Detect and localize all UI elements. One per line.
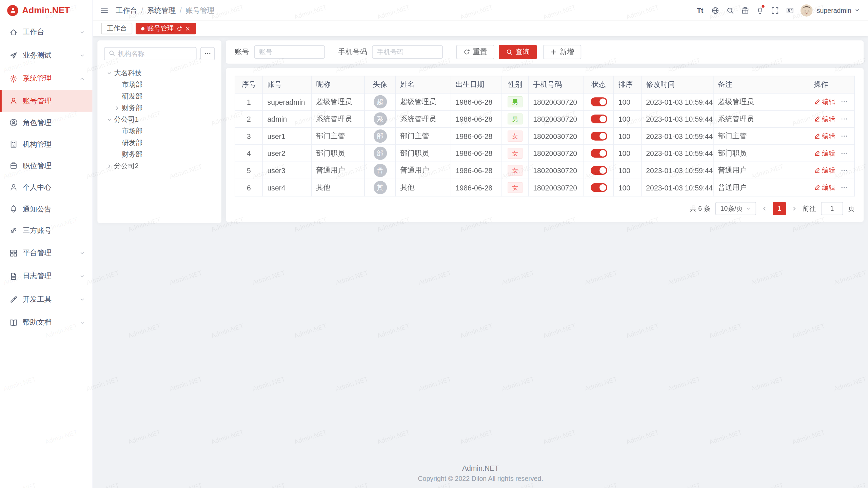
edit-button[interactable]: 编辑	[814, 131, 835, 141]
sidebar-item-business-test[interactable]: 业务测试	[0, 44, 93, 67]
sidebar-item-account-mgmt[interactable]: 账号管理	[0, 90, 93, 112]
tree-node[interactable]: 市场部	[104, 79, 215, 90]
app-root: Admin.NET 工作台业务测试系统管理账号管理角色管理机构管理职位管理个人中…	[0, 0, 868, 488]
sidebar-item-position-mgmt[interactable]: 职位管理	[0, 155, 93, 177]
row-more-button[interactable]	[840, 166, 848, 174]
row-more-button[interactable]	[840, 132, 848, 140]
tree-node[interactable]: 分公司1	[104, 114, 215, 125]
row-more-button[interactable]	[840, 98, 848, 106]
gender-tag: 女	[508, 165, 522, 176]
status-toggle[interactable]	[590, 132, 607, 141]
edit-button[interactable]: 编辑	[814, 114, 835, 124]
right-column: 账号 手机号码 重置 查询 新增	[226, 40, 864, 222]
status-toggle[interactable]	[590, 98, 607, 106]
cell-nickname: 其他	[311, 179, 364, 196]
sidebar-item-notice[interactable]: 通知公告	[0, 198, 93, 220]
sidebar-item-role-mgmt[interactable]: 角色管理	[0, 112, 93, 134]
breadcrumb-item[interactable]: 工作台	[116, 5, 137, 15]
profile-icon[interactable]	[782, 0, 797, 20]
sidebar-item-system-mgmt[interactable]: 系统管理	[0, 67, 93, 90]
tree-node-label: 大名科技	[114, 68, 142, 78]
next-page-button[interactable]	[791, 205, 798, 212]
column-header: 手机号码	[528, 76, 584, 93]
column-header: 昵称	[311, 76, 364, 93]
edit-button[interactable]: 编辑	[814, 97, 835, 107]
cell-name: 系统管理员	[396, 110, 451, 128]
brand[interactable]: Admin.NET	[0, 0, 93, 20]
cell-nickname: 系统管理员	[311, 110, 364, 128]
tree-more-button[interactable]	[200, 47, 215, 60]
reset-button[interactable]: 重置	[456, 45, 494, 59]
table-row: 2 admin 系统管理员 系 系统管理员 1986-06-28 男 18020…	[235, 110, 854, 128]
user-icon	[9, 97, 18, 105]
caret-down-icon[interactable]	[106, 70, 114, 76]
cell-name: 普通用户	[396, 162, 451, 179]
cell-no: 6	[235, 179, 263, 196]
tree-node[interactable]: 分公司2	[104, 160, 215, 172]
tab-1[interactable]: 账号管理	[136, 23, 196, 34]
goto-label: 前往	[803, 204, 816, 214]
gender-tag: 女	[508, 130, 522, 142]
edit-button[interactable]: 编辑	[814, 166, 835, 175]
menu-collapse-icon[interactable]	[100, 6, 108, 14]
theme-icon[interactable]	[737, 0, 752, 20]
sidebar-item-org-mgmt[interactable]: 机构管理	[0, 133, 93, 155]
tree-node[interactable]: 大名科技	[104, 67, 215, 79]
add-button[interactable]: 新增	[543, 45, 581, 59]
tab-0[interactable]: 工作台	[101, 23, 132, 34]
refresh-icon[interactable]	[177, 26, 182, 31]
column-header: 账号	[263, 76, 312, 93]
sidebar-item-third-account[interactable]: 三方账号	[0, 220, 93, 241]
language-icon[interactable]	[708, 0, 723, 20]
search-button[interactable]: 查询	[499, 45, 537, 59]
cell-gender: 男	[502, 110, 528, 128]
font-size-icon[interactable]: Tt	[693, 0, 708, 20]
prev-page-button[interactable]	[761, 205, 768, 212]
phone-filter-input[interactable]	[372, 45, 443, 59]
notification-icon[interactable]	[752, 0, 767, 20]
row-avatar: 系	[373, 112, 387, 125]
sidebar-item-dev-tools[interactable]: 开发工具	[0, 288, 93, 311]
cell-phone: 18020030720	[528, 162, 584, 179]
sidebar-item-platform-mgmt[interactable]: 平台管理	[0, 241, 93, 265]
cell-actions: 编辑	[809, 93, 854, 110]
account-filter-input[interactable]	[254, 45, 325, 59]
cell-avatar: 系	[364, 110, 395, 128]
user-menu[interactable]: superadmin	[817, 6, 851, 14]
status-toggle[interactable]	[590, 183, 607, 192]
sidebar-item-workbench[interactable]: 工作台	[0, 20, 93, 44]
sidebar-menu: 工作台业务测试系统管理账号管理角色管理机构管理职位管理个人中心通知公告三方账号平…	[0, 20, 93, 334]
sidebar-item-label: 角色管理	[23, 118, 85, 127]
page-number-1[interactable]: 1	[773, 202, 786, 215]
goto-page-input[interactable]	[821, 202, 843, 215]
edit-button[interactable]: 编辑	[814, 183, 835, 192]
caret-right-icon[interactable]	[106, 163, 114, 169]
edit-button[interactable]: 编辑	[814, 148, 835, 158]
status-toggle[interactable]	[590, 149, 607, 158]
avatar[interactable]	[801, 4, 813, 16]
page-size-select[interactable]: 10条/页	[715, 202, 756, 215]
fullscreen-icon[interactable]	[767, 0, 782, 20]
sidebar-item-help-docs[interactable]: 帮助文档	[0, 311, 93, 334]
row-more-button[interactable]	[840, 184, 848, 191]
sidebar-item-label: 机构管理	[23, 139, 85, 149]
row-more-button[interactable]	[840, 149, 848, 157]
tree-node[interactable]: 财务部	[104, 102, 215, 114]
breadcrumb-item[interactable]: 系统管理	[147, 5, 176, 15]
sidebar-item-log-mgmt[interactable]: 日志管理	[0, 264, 93, 288]
caret-down-icon[interactable]	[106, 117, 114, 123]
tree-node[interactable]: 研发部	[104, 137, 215, 149]
search-icon[interactable]	[723, 0, 737, 20]
brand-name: Admin.NET	[22, 5, 70, 15]
tree-node[interactable]: 研发部	[104, 91, 215, 102]
caret-right-icon[interactable]	[114, 105, 122, 111]
org-search-input[interactable]	[118, 50, 192, 58]
status-toggle[interactable]	[590, 115, 607, 123]
close-icon[interactable]	[185, 26, 190, 31]
row-more-button[interactable]	[840, 115, 848, 123]
sidebar-item-personal-center[interactable]: 个人中心	[0, 177, 93, 198]
tree-node[interactable]: 市场部	[104, 126, 215, 137]
tree-node[interactable]: 财务部	[104, 149, 215, 160]
status-toggle[interactable]	[590, 166, 607, 175]
cell-phone: 18020030720	[528, 110, 584, 128]
